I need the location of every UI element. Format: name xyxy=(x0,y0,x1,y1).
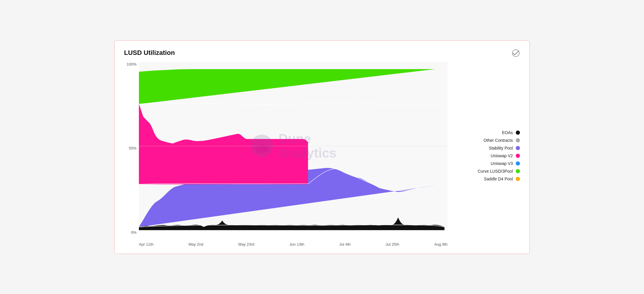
x-label-jul25: Jul 25th xyxy=(386,242,399,247)
legend-label-stability-pool: Stability Pool xyxy=(489,146,513,150)
legend-dot-saddle xyxy=(516,177,520,181)
chart-legend: EOAs Other Contracts Stability Pool Unis… xyxy=(455,62,520,247)
legend-label-eoas: EOAs xyxy=(502,130,513,135)
legend-label-other-contracts: Other Contracts xyxy=(483,138,513,143)
chart-wrapper: Dune Analytics xyxy=(139,62,448,230)
chart-container: 100% 50% 0% Dune Analytics xyxy=(124,62,448,247)
x-label-apr11: Apr 11th xyxy=(139,242,153,247)
x-label-may23: May 23rd xyxy=(238,242,254,247)
legend-dot-stability-pool xyxy=(516,146,520,150)
legend-item-curve: Curve LUSD/3Pool xyxy=(455,169,520,174)
x-label-jun13: Jun 13th xyxy=(289,242,304,247)
x-label-may2: May 2nd xyxy=(188,242,203,247)
x-label-aug8: Aug 8th xyxy=(434,242,448,247)
y-axis: 100% 50% 0% xyxy=(124,62,139,235)
legend-label-curve: Curve LUSD/3Pool xyxy=(478,169,513,174)
legend-item-uniswap-v3: Uniswap V3 xyxy=(455,161,520,166)
legend-item-other-contracts: Other Contracts xyxy=(455,138,520,143)
legend-item-eoas: EOAs xyxy=(455,130,520,135)
chart-svg xyxy=(139,62,448,230)
legend-item-stability-pool: Stability Pool xyxy=(455,146,520,150)
check-icon[interactable] xyxy=(512,49,520,57)
legend-dot-curve xyxy=(516,169,520,173)
legend-dot-other-contracts xyxy=(516,138,520,142)
y-label-0: 0% xyxy=(131,230,137,235)
legend-label-uniswap-v2: Uniswap V2 xyxy=(491,153,513,158)
y-label-100: 100% xyxy=(127,62,137,66)
legend-label-uniswap-v3: Uniswap V3 xyxy=(491,161,513,166)
y-label-50: 50% xyxy=(129,146,137,150)
chart-card: LUSD Utilization 100% 50% 0% D xyxy=(114,40,530,254)
legend-item-saddle: Saddle D4 Pool xyxy=(455,177,520,181)
legend-item-uniswap-v2: Uniswap V2 xyxy=(455,153,520,158)
legend-dot-uniswap-v3 xyxy=(516,161,520,166)
card-header: LUSD Utilization xyxy=(124,49,520,57)
legend-dot-eoas xyxy=(516,131,520,135)
legend-dot-uniswap-v2 xyxy=(516,154,520,158)
legend-label-saddle: Saddle D4 Pool xyxy=(484,177,513,181)
chart-title: LUSD Utilization xyxy=(124,49,175,57)
x-axis: Apr 11th May 2nd May 23rd Jun 13th Jul 4… xyxy=(139,242,448,247)
chart-area: 100% 50% 0% Dune Analytics xyxy=(124,62,520,247)
x-label-jul4: Jul 4th xyxy=(339,242,350,247)
